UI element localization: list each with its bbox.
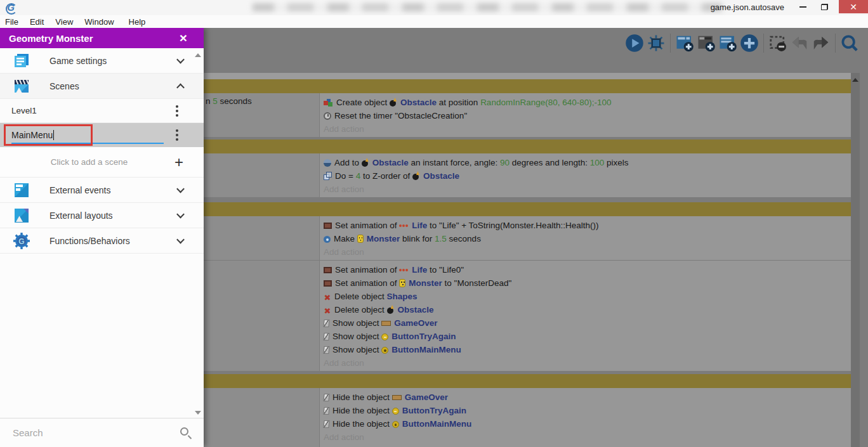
add-action-button[interactable]: Add action xyxy=(324,431,851,444)
add-event-button[interactable] xyxy=(674,32,695,54)
action-line[interactable]: Set animation of Life to "Life0" xyxy=(324,263,851,276)
event-row[interactable]: Hide the object GameOverHide the object … xyxy=(204,388,851,447)
close-panel-icon[interactable]: × xyxy=(180,32,195,44)
search-button[interactable] xyxy=(839,32,860,54)
btnm-icon xyxy=(381,347,388,354)
menu-view[interactable]: View xyxy=(49,17,79,27)
close-button[interactable]: ✕ xyxy=(839,0,868,13)
actions-cell[interactable]: Create object Obstacle at position Rando… xyxy=(319,93,851,137)
add-circle-button[interactable] xyxy=(739,32,760,54)
action-text: RandomInRange(80, 640-80);-100 xyxy=(480,98,611,107)
search-input[interactable] xyxy=(11,427,164,439)
action-line[interactable]: Show object GameOver xyxy=(324,316,851,330)
actions-cell[interactable]: Set animation of Life to "Life" + ToStri… xyxy=(319,216,851,260)
chevron-down-icon[interactable] xyxy=(176,185,185,193)
add-action-button[interactable]: Add action xyxy=(324,356,851,370)
menu-file[interactable]: File xyxy=(0,17,24,27)
actions-cell[interactable]: Set animation of Life to "Life0"Set anim… xyxy=(319,261,851,371)
event-row[interactable]: Set animation of Life to "Life0"Set anim… xyxy=(204,260,851,371)
object-name: Obstacle xyxy=(398,305,434,314)
sidebar-item-scenes[interactable]: Scenes xyxy=(0,74,204,99)
object-name: ButtonTryAgain xyxy=(402,406,466,415)
chevron-down-icon[interactable] xyxy=(176,235,185,243)
sidebar-item-external-layouts[interactable]: External layouts xyxy=(0,203,204,228)
add-scene-label[interactable]: Click to add a scene xyxy=(0,157,204,167)
conditions-cell[interactable] xyxy=(204,153,319,197)
object-name: Monster xyxy=(409,278,442,288)
menu-bar: File Edit View Window Help xyxy=(0,15,868,28)
action-line[interactable]: Set animation of Monster to "MonsterDead… xyxy=(324,276,851,290)
menu-help[interactable]: Help xyxy=(123,17,152,27)
play-button[interactable] xyxy=(624,32,645,54)
event-group-bar[interactable] xyxy=(204,374,851,388)
action-text: Show object xyxy=(332,345,381,354)
event-group-bar[interactable] xyxy=(204,139,851,153)
action-text: to Z-order of xyxy=(360,171,412,181)
events-scrollbar[interactable] xyxy=(851,73,860,447)
add-action-button[interactable]: Add action xyxy=(324,245,851,259)
add-subevent-button[interactable] xyxy=(695,32,717,54)
scroll-down-icon[interactable] xyxy=(195,411,201,415)
object-name: GameOver xyxy=(394,318,437,328)
plus-icon[interactable]: + xyxy=(174,153,183,171)
scene-row-level1[interactable]: Level1 xyxy=(0,99,204,123)
action-line[interactable]: Show object ButtonTryAgain xyxy=(324,330,851,343)
redo-button[interactable] xyxy=(810,32,832,54)
undo-button[interactable] xyxy=(789,32,810,54)
event-row[interactable]: n 5 secondsCreate object Obstacle at pos… xyxy=(204,93,851,137)
scroll-up-icon[interactable] xyxy=(852,78,858,82)
add-action-button[interactable]: Add action xyxy=(324,122,851,136)
panel-scrollbar[interactable] xyxy=(194,49,202,417)
scene-name[interactable]: Level1 xyxy=(11,106,37,115)
event-group-bar[interactable] xyxy=(204,79,851,93)
vis-icon xyxy=(323,333,329,340)
minimize-button[interactable] xyxy=(792,0,813,13)
chevron-down-icon[interactable] xyxy=(176,210,185,218)
conditions-cell[interactable]: n 5 seconds xyxy=(204,93,319,137)
sidebar-item-label: External layouts xyxy=(49,211,113,221)
menu-window[interactable]: Window xyxy=(79,17,122,27)
anim-icon xyxy=(324,223,332,229)
action-line[interactable]: Hide the object GameOver xyxy=(324,391,851,404)
action-line[interactable]: Create object Obstacle at position Rando… xyxy=(324,96,851,109)
add-action-button[interactable]: Add action xyxy=(324,183,851,196)
remove-event-button[interactable] xyxy=(767,32,789,54)
actions-cell[interactable]: Add to Obstacle an instant force, angle:… xyxy=(319,153,851,197)
menu-edit[interactable]: Edit xyxy=(24,17,49,27)
conditions-cell[interactable] xyxy=(204,261,319,371)
action-text: = xyxy=(348,171,356,181)
add-comment-button[interactable] xyxy=(717,32,739,54)
chevron-down-icon[interactable] xyxy=(176,55,185,63)
kebab-menu-icon[interactable] xyxy=(176,105,178,108)
action-line[interactable]: Add to Obstacle an instant force, angle:… xyxy=(324,156,851,169)
action-line[interactable]: Hide the object ButtonTryAgain xyxy=(324,404,851,417)
chevron-up-icon[interactable] xyxy=(176,83,185,91)
sidebar-item-game-settings[interactable]: Game settings xyxy=(0,48,204,74)
action-line[interactable]: Show object ButtonMainMenu xyxy=(324,343,851,356)
action-line[interactable]: Set animation of Life to "Life" + ToStri… xyxy=(324,219,851,232)
event-group-bar[interactable] xyxy=(204,202,851,216)
event-row[interactable]: Add to Obstacle an instant force, angle:… xyxy=(204,153,851,197)
action-line[interactable]: Delete object Obstacle xyxy=(324,303,851,316)
action-text: 90 xyxy=(500,158,510,167)
action-text: blink for xyxy=(400,234,435,243)
event-row[interactable]: Set animation of Life to "Life" + ToStri… xyxy=(204,216,851,260)
conditions-cell[interactable] xyxy=(204,388,319,447)
vis-icon xyxy=(323,394,329,401)
sidebar-item-functions-behaviors[interactable]: G Functions/Behaviors xyxy=(0,228,204,254)
kebab-menu-icon[interactable] xyxy=(176,129,178,132)
action-line[interactable]: Delete object Shapes xyxy=(324,290,851,303)
conditions-cell[interactable] xyxy=(204,216,319,260)
scene-row-mainmenu[interactable]: MainMenu xyxy=(0,123,204,147)
sidebar-item-external-events[interactable]: External events xyxy=(0,178,204,203)
action-line[interactable]: Make Monster blink for 1.5 seconds xyxy=(324,232,851,245)
restore-button[interactable] xyxy=(813,0,835,13)
btn-icon xyxy=(392,408,399,415)
actions-cell[interactable]: Hide the object GameOverHide the object … xyxy=(319,388,851,447)
action-line[interactable]: Hide the object ButtonMainMenu xyxy=(324,417,851,431)
add-scene-row[interactable]: Click to add a scene + xyxy=(0,147,204,178)
action-line[interactable]: Reset the timer "ObstacleCreation" xyxy=(324,109,851,122)
action-line[interactable]: Do = 4 to Z-order of Obstacle xyxy=(324,169,851,183)
scroll-up-icon[interactable] xyxy=(195,53,201,57)
debug-bug-button[interactable] xyxy=(645,32,667,54)
